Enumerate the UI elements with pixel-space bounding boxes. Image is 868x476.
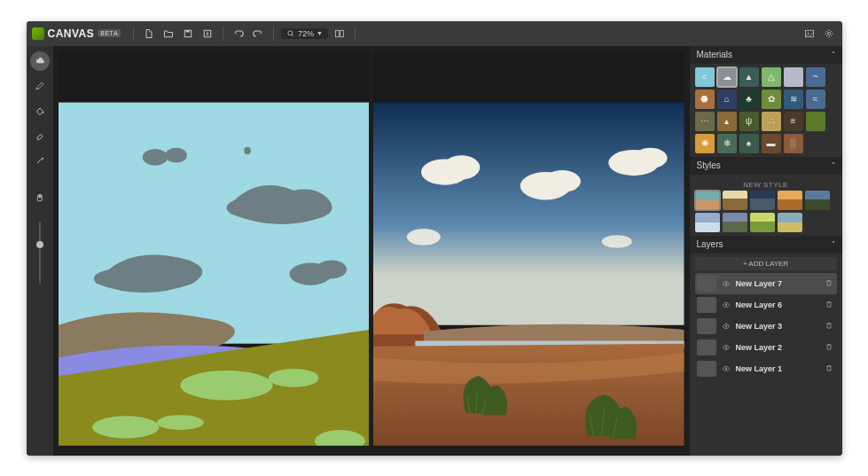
material-swatch-building[interactable]: ⌂ — [717, 90, 737, 109]
eye-icon — [722, 300, 731, 309]
zoom-control[interactable]: 72% ▼ — [281, 28, 328, 39]
delete-layer-button[interactable] — [825, 342, 835, 353]
layer-row[interactable]: New Layer 3 — [695, 316, 837, 337]
gear-icon — [824, 28, 834, 39]
workspace — [53, 46, 690, 456]
svg-rect-35 — [373, 445, 684, 449]
layer-thumbnail — [697, 318, 716, 334]
style-thumb-0[interactable] — [695, 191, 720, 210]
mountain-icon: ▲ — [745, 72, 754, 82]
delete-layer-button[interactable] — [825, 321, 835, 332]
material-swatch-plant[interactable]: ♠ — [739, 134, 759, 153]
layer-row[interactable]: New Layer 1 — [695, 358, 837, 379]
style-thumb-5[interactable] — [695, 213, 720, 232]
pencil-tool[interactable] — [30, 76, 50, 96]
redo-button[interactable] — [250, 26, 266, 42]
snow-icon: ❄ — [723, 138, 731, 148]
export-button[interactable] — [199, 26, 215, 42]
app-title: CANVAS — [48, 27, 95, 40]
layer-row[interactable]: New Layer 6 — [695, 294, 837, 316]
material-swatch-sea[interactable]: ≋ — [784, 90, 803, 109]
style-thumb-7[interactable] — [750, 213, 775, 232]
material-swatch-flower[interactable]: ✺ — [695, 134, 715, 153]
layer-row[interactable]: New Layer 7 — [695, 273, 837, 294]
material-swatch-rock[interactable]: ⬣ — [695, 90, 715, 109]
style-thumb-3[interactable] — [778, 191, 802, 210]
material-swatch-gravel[interactable]: ⋯ — [695, 112, 715, 131]
save-button[interactable] — [180, 26, 196, 42]
pan-tool[interactable] — [30, 188, 50, 207]
style-thumb-2[interactable] — [750, 191, 775, 210]
app-window: CANVAS BETA 72% ▼ — [27, 21, 842, 456]
new-style-label: NEW STYLE — [695, 178, 837, 191]
eye-icon — [722, 322, 731, 331]
bush-icon: ✿ — [768, 94, 775, 104]
style-thumb-4[interactable] — [805, 191, 830, 210]
open-file-button[interactable] — [160, 26, 176, 42]
svg-point-39 — [725, 347, 727, 348]
eraser-tool[interactable] — [30, 126, 50, 145]
svg-point-27 — [443, 155, 481, 179]
material-swatch-ground[interactable] — [806, 112, 825, 131]
material-swatch-mud[interactable]: ░ — [784, 134, 803, 153]
svg-point-9 — [43, 112, 44, 113]
eyedropper-tool[interactable] — [30, 151, 50, 170]
chevron-up-icon: ˄ — [832, 240, 835, 248]
layer-name: New Layer 1 — [736, 364, 820, 373]
svg-rect-10 — [59, 51, 370, 103]
segmentation-canvas[interactable] — [59, 51, 370, 450]
brush-size-slider[interactable] — [39, 222, 41, 284]
material-swatch-dirt[interactable]: ▴ — [717, 112, 737, 131]
delete-layer-button[interactable] — [825, 278, 835, 289]
separator — [355, 27, 356, 41]
material-swatch-grass[interactable]: ψ — [739, 112, 759, 131]
layer-row[interactable]: New Layer 2 — [695, 337, 837, 358]
visibility-toggle[interactable] — [721, 300, 731, 309]
new-file-button[interactable] — [141, 26, 157, 42]
road-icon: ≡ — [791, 116, 796, 126]
material-swatch-hill[interactable]: △ — [762, 67, 781, 87]
brush-tool[interactable] — [30, 51, 50, 71]
style-thumb-1[interactable] — [723, 191, 747, 210]
material-swatch-road[interactable]: ≡ — [784, 112, 803, 131]
gallery-button[interactable] — [802, 26, 817, 42]
layers-panel-header[interactable]: Layers ˄ — [690, 236, 842, 254]
delete-layer-button[interactable] — [825, 363, 835, 374]
styles-panel-header[interactable]: Styles ˄ — [690, 157, 842, 175]
layer-thumbnail — [697, 361, 716, 377]
materials-title: Materials — [697, 50, 733, 59]
visibility-toggle[interactable] — [721, 343, 731, 352]
bucket-icon — [35, 105, 45, 116]
material-swatch-water[interactable]: ≈ — [806, 90, 825, 109]
settings-button[interactable] — [821, 26, 837, 42]
material-swatch-fog[interactable] — [784, 67, 803, 87]
delete-layer-button[interactable] — [825, 300, 835, 310]
svg-point-8 — [827, 32, 830, 35]
material-swatch-wood[interactable]: ▬ — [762, 134, 781, 153]
visibility-toggle[interactable] — [721, 364, 731, 373]
material-swatch-river[interactable]: ~ — [806, 67, 825, 87]
materials-panel-header[interactable]: Materials ˄ — [690, 46, 842, 64]
materials-panel: ≈☁▲△~⬣⌂♣✿≋≈⋯▴ψ∴≡✺❄♠▬░ — [690, 64, 842, 157]
hill-icon: △ — [768, 72, 775, 82]
material-swatch-mountain[interactable]: ▲ — [739, 67, 759, 87]
material-swatch-sky[interactable]: ≈ — [695, 67, 715, 87]
tree-icon: ♣ — [746, 94, 752, 104]
material-swatch-snow[interactable]: ❄ — [717, 134, 737, 153]
style-thumb-8[interactable] — [778, 213, 802, 232]
material-swatch-cloud[interactable]: ☁ — [717, 67, 737, 87]
undo-button[interactable] — [231, 26, 246, 42]
visibility-toggle[interactable] — [721, 322, 731, 331]
add-layer-button[interactable]: + ADD LAYER — [695, 257, 837, 270]
material-swatch-sand[interactable]: ∴ — [762, 112, 781, 131]
output-canvas[interactable] — [373, 51, 684, 450]
material-swatch-tree[interactable]: ♣ — [739, 90, 759, 109]
visibility-toggle[interactable] — [721, 279, 731, 288]
svg-rect-1 — [186, 30, 190, 32]
compare-view-button[interactable] — [332, 26, 348, 42]
material-swatch-bush[interactable]: ✿ — [762, 90, 781, 109]
eye-icon — [722, 364, 731, 373]
fill-tool[interactable] — [30, 101, 50, 121]
style-thumb-6[interactable] — [723, 213, 747, 232]
layer-name: New Layer 6 — [736, 300, 820, 309]
